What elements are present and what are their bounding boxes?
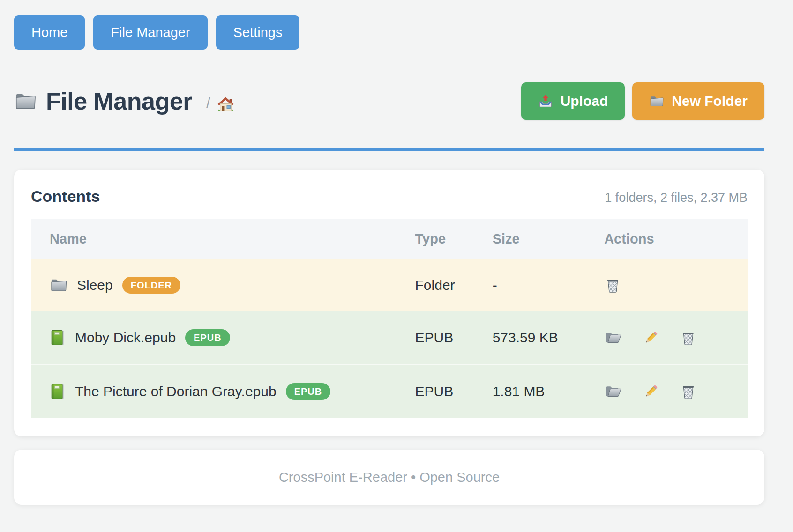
move-button[interactable]	[604, 384, 622, 399]
title-group: File Manager /	[14, 87, 234, 115]
file-type: EPUB	[415, 330, 493, 346]
folder-icon	[50, 278, 67, 293]
table-row-moby-dick[interactable]: Moby Dick.epub EPUB EPUB 573.59 KB	[31, 311, 748, 364]
epub-badge: EPUB	[185, 329, 230, 346]
upload-button-label: Upload	[561, 93, 608, 109]
page-header: File Manager / Upload New Folder	[14, 82, 764, 120]
open-folder-icon	[604, 330, 622, 345]
file-name: The Picture of Dorian Gray.epub	[75, 384, 277, 399]
folder-badge: FOLDER	[122, 277, 180, 294]
file-table: Name Type Size Actions Sleep FOLDER Fold…	[31, 219, 748, 418]
delete-button[interactable]	[680, 383, 697, 400]
column-header-size: Size	[493, 231, 605, 247]
header-divider	[14, 148, 764, 151]
rename-button[interactable]	[643, 384, 659, 400]
table-header-row: Name Type Size Actions	[31, 219, 748, 259]
epub-badge: EPUB	[286, 383, 331, 400]
pencil-icon	[643, 330, 659, 346]
column-header-actions: Actions	[604, 231, 748, 247]
column-header-type: Type	[415, 231, 493, 247]
folder-icon	[14, 92, 37, 111]
nav-file-manager-button[interactable]: File Manager	[93, 15, 207, 50]
nav-settings-button[interactable]: Settings	[216, 15, 300, 50]
delete-button[interactable]	[680, 329, 697, 347]
outbox-tray-icon	[538, 94, 553, 108]
new-folder-button[interactable]: New Folder	[632, 82, 764, 120]
file-name: Moby Dick.epub	[75, 330, 176, 346]
page-container: Home File Manager Settings File Manager …	[14, 0, 764, 505]
footer-card: CrossPoint E-Reader • Open Source	[14, 450, 764, 505]
file-type: EPUB	[415, 384, 493, 399]
contents-card-header: Contents 1 folders, 2 files, 2.37 MB	[31, 184, 748, 206]
table-row-dorian-gray[interactable]: The Picture of Dorian Gray.epub EPUB EPU…	[31, 364, 748, 418]
file-type: Folder	[415, 277, 493, 293]
file-size: 573.59 KB	[493, 330, 605, 346]
breadcrumb-separator: /	[206, 95, 210, 112]
file-size: 1.81 MB	[493, 384, 605, 399]
trash-icon	[604, 277, 621, 294]
top-nav: Home File Manager Settings	[14, 0, 764, 50]
contents-title: Contents	[31, 187, 100, 206]
column-header-name: Name	[31, 231, 415, 247]
file-size: -	[493, 277, 605, 293]
green-book-icon	[50, 383, 66, 400]
page-title: File Manager	[46, 87, 192, 115]
contents-summary: 1 folders, 2 files, 2.37 MB	[605, 191, 748, 205]
folder-icon	[649, 95, 664, 108]
trash-icon	[680, 329, 697, 347]
trash-icon	[680, 383, 697, 400]
move-button[interactable]	[604, 330, 622, 345]
delete-button[interactable]	[604, 277, 621, 294]
new-folder-button-label: New Folder	[672, 93, 748, 109]
contents-card: Contents 1 folders, 2 files, 2.37 MB Nam…	[14, 170, 764, 436]
nav-home-button[interactable]: Home	[14, 15, 85, 50]
upload-button[interactable]: Upload	[521, 82, 625, 120]
footer-text: CrossPoint E-Reader • Open Source	[279, 470, 500, 485]
house-icon[interactable]	[217, 96, 234, 112]
rename-button[interactable]	[643, 330, 659, 346]
open-folder-icon	[604, 384, 622, 399]
table-row-sleep[interactable]: Sleep FOLDER Folder -	[31, 259, 748, 311]
file-name: Sleep	[77, 277, 113, 293]
pencil-icon	[643, 384, 659, 400]
green-book-icon	[50, 329, 66, 346]
header-actions: Upload New Folder	[521, 82, 764, 120]
